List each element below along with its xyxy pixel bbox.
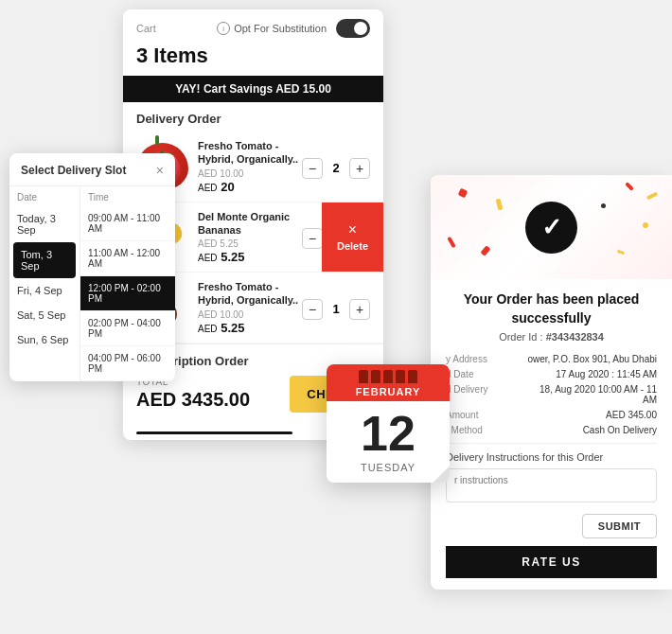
item-3-current-price: AED 5.25 [198,321,302,335]
order-id: Order Id : #343432834 [446,331,657,343]
delivery-value: 18, Aug 2020 10:00 AM - 11 AM [524,384,657,405]
slot-date-column: Date Today, 3 Sep Tom, 3 Sep Fri, 4 Sep … [9,186,80,381]
item-2-qty-decrease[interactable]: − [302,228,323,249]
success-content: Your Order has been placed successfully … [431,279,672,590]
progress-bar [136,431,292,434]
item-1-qty-increase[interactable]: + [349,158,370,179]
confetti-5 [447,237,455,248]
cart-header: Cart i Opt For Substitution [123,9,383,42]
slot-time-1600[interactable]: 04:00 PM - 06:00 PM [80,346,175,381]
info-address-row: y Address ower, P.O. Box 901, Abu Dhabi [446,354,657,364]
amount-value: AED 345.00 [606,410,657,420]
item-3-qty-value: 1 [328,302,344,316]
confetti-2 [496,199,504,211]
opt-substitution-label: Opt For Substitution [234,23,327,34]
item-3-name: Fresho Tomato - Hybrid, Organically.. [198,280,302,308]
submit-button[interactable]: SUBMIT [582,514,657,538]
address-value: ower, P.O. Box 901, Abu Dhabi [527,354,657,364]
amount-label: Amount [446,410,478,420]
item-1-qty-decrease[interactable]: − [302,158,323,179]
cal-tab-2 [371,370,380,383]
success-title: Your Order has been placed successfully [446,291,657,327]
info-method-row: t Method Cash On Delivery [446,425,657,435]
confetti-1 [458,188,469,199]
calendar-body: 12 TUESDAY [327,401,450,483]
item-1-original-price: AED 10.00 [198,168,302,179]
checkmark-icon: ✓ [541,213,562,242]
slot-time-column: Time 09:00 AM - 11:00 AM 11:00 AM - 12:0… [80,186,175,381]
slot-title: Select Delivery Slot [21,164,126,177]
confetti-9 [646,192,659,201]
opt-substitution-row: i Opt For Substitution [217,19,370,38]
order-date-value: 17 Aug 2020 : 11:45 AM [556,369,657,379]
cal-tab-4 [396,370,405,383]
calendar-tabs [334,370,442,383]
calendar-header: FEBRUARY [327,364,450,401]
slot-date-sun[interactable]: Sun, 6 Sep [9,327,80,352]
calendar-date: 12 [332,409,444,458]
cart-items-count: 3 Items [123,42,383,76]
confetti-8 [480,245,490,256]
total-amount: AED 3435.00 [136,389,250,411]
method-label: t Method [446,425,483,435]
slot-time-1200[interactable]: 12:00 PM - 02:00 PM [80,276,175,311]
item-2-detail: Del Monte Organic Bananas AED 5.25 AED 5… [198,210,302,265]
instructions-input[interactable] [446,468,657,502]
slot-date-sat[interactable]: Sat, 5 Sep [9,303,80,327]
delete-x-icon: × [348,221,357,238]
slot-date-header: Date [9,186,80,206]
cart-savings-banner: YAY! Cart Savings AED 15.00 [123,76,383,102]
item-1-detail: Fresho Tomato - Hybrid, Organically.. AE… [198,139,302,194]
slot-date-fri[interactable]: Fri, 4 Sep [9,278,80,303]
item-3-qty-decrease[interactable]: − [302,299,323,320]
delivery-label: d Delivery [446,384,487,405]
slot-columns: Date Today, 3 Sep Tom, 3 Sep Fri, 4 Sep … [9,186,175,381]
item-3-qty-increase[interactable]: + [349,299,370,320]
item-1-current-price: AED 20 [198,180,302,194]
slot-time-0900[interactable]: 09:00 AM - 11:00 AM [80,206,175,241]
cal-tab-5 [408,370,417,383]
item-3-qty-control: − 1 + [302,299,370,320]
info-icon: i [217,22,230,35]
rate-us-bar[interactable]: RATE US [446,546,657,578]
confetti-6 [617,250,626,255]
item-3-original-price: AED 10.00 [198,309,302,320]
delivery-order-title: Delivery Order [123,102,383,132]
delete-label: Delete [337,240,368,252]
item-2-original-price: AED 5.25 [198,238,302,249]
order-date-label: d Date [446,369,473,379]
item-2-name: Del Monte Organic Bananas [198,210,302,238]
address-label: y Address [446,354,487,364]
confetti-3 [625,182,634,191]
item-1-qty-value: 2 [328,161,344,175]
confetti-7 [601,203,606,208]
info-delivery-row: d Delivery 18, Aug 2020 10:00 AM - 11 AM [446,384,657,405]
success-check-circle: ✓ [525,202,577,254]
method-value: Cash On Delivery [583,425,657,435]
instructions-title: Delivery Instructions for this Order [446,451,657,463]
item-2-current-price: AED 5.25 [198,250,302,264]
delete-overlay[interactable]: × Delete [322,203,383,273]
substitution-toggle[interactable] [336,19,370,38]
slot-date-tomorrow[interactable]: Tom, 3 Sep [13,242,76,278]
total-info: TOTAL AED 3435.00 [136,377,250,411]
info-order-date-row: d Date 17 Aug 2020 : 11:45 AM [446,369,657,379]
instructions-section: Delivery Instructions for this Order [446,443,657,506]
order-success-panel: ✓ Your Order has been placed successfull… [431,175,672,590]
calendar-day: TUESDAY [332,462,444,473]
calendar-fold [433,466,450,483]
slot-time-1400[interactable]: 02:00 PM - 04:00 PM [80,311,175,346]
slot-time-1100[interactable]: 11:00 AM - 12:00 AM [80,241,175,276]
slot-header: Select Delivery Slot × [9,153,175,186]
slot-close-button[interactable]: × [156,163,164,178]
cal-tab-1 [359,370,368,383]
delivery-slot-panel: Select Delivery Slot × Date Today, 3 Sep… [9,153,175,381]
cart-label: Cart [136,23,156,34]
item-1-qty-control: − 2 + [302,158,370,179]
calendar-month: FEBRUARY [334,386,442,397]
slot-date-today[interactable]: Today, 3 Sep [9,206,80,242]
cal-tab-3 [383,370,393,383]
slot-time-header: Time [80,186,175,206]
confetti-area: ✓ [431,175,672,279]
calendar-panel: FEBRUARY 12 TUESDAY [327,364,450,483]
